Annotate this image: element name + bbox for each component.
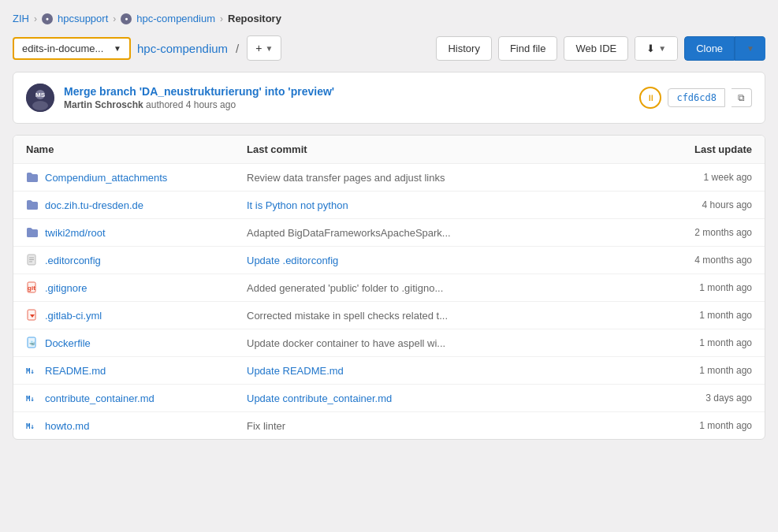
svg-text:🐳: 🐳 (29, 340, 35, 347)
col-last-update: Last update (650, 143, 752, 155)
last-commit-message: Update .editorconfig (247, 255, 650, 266)
commit-link[interactable]: Update contribute_container.md (247, 392, 392, 404)
breadcrumb-hpc-compendium[interactable]: hpc-compendium (136, 13, 215, 24)
breadcrumb-hpcsupport[interactable]: hpcsupport (58, 13, 108, 24)
history-button[interactable]: History (436, 36, 491, 61)
toolbar: edits-in-docume... ▼ hpc-compendium / + … (13, 35, 765, 61)
file-name[interactable]: doc.zih.tu-dresden.de (26, 199, 247, 211)
file-name[interactable]: .editorconfig (26, 254, 247, 266)
file-name[interactable]: .gitlab-ci.yml (26, 309, 247, 322)
last-update: 1 month ago (650, 337, 752, 348)
folder-icon (26, 226, 39, 239)
breadcrumb: ZIH › ● hpcsupport › ● hpc-compendium › … (13, 13, 765, 24)
last-update: 1 month ago (650, 282, 752, 293)
last-update: 2 months ago (650, 227, 752, 238)
copy-icon: ⧉ (738, 92, 745, 103)
last-update: 1 month ago (650, 310, 752, 321)
table-row: Compendium_attachments Review data trans… (13, 164, 765, 192)
commit-author: Martin Schroschk (64, 99, 143, 110)
last-update: 1 week ago (650, 172, 752, 183)
web-ide-button[interactable]: Web IDE (564, 36, 628, 61)
toolbar-actions: History Find file Web IDE ⬇ ▼ Clone ▼ (436, 36, 765, 61)
clone-group: Clone ▼ (684, 36, 765, 61)
svg-text:M↓: M↓ (26, 395, 35, 403)
file-name[interactable]: Compendium_attachments (26, 171, 247, 184)
last-update: 3 days ago (650, 392, 752, 404)
clone-dropdown-button[interactable]: ▼ (735, 36, 765, 61)
last-commit-message: Update docker container to have aspell w… (247, 337, 650, 349)
clone-button[interactable]: Clone (684, 36, 735, 61)
add-chevron-icon: ▼ (265, 44, 273, 53)
breadcrumb-current: Repository (228, 13, 281, 24)
clone-chevron-icon: ▼ (746, 44, 754, 53)
last-update: 4 months ago (650, 255, 752, 266)
commit-panel: MS Merge branch 'DA_neustrukturierung' i… (13, 72, 765, 124)
last-update: 1 month ago (650, 420, 752, 431)
hpcsupport-avatar-icon: ● (42, 13, 53, 24)
file-name[interactable]: git .gitignore (26, 281, 247, 294)
last-update: 4 hours ago (650, 199, 752, 210)
commit-meta: Martin Schroschk authored 4 hours ago (64, 99, 630, 110)
branch-label: edits-in-docume... (22, 43, 103, 54)
svg-text:M↓: M↓ (26, 367, 35, 375)
svg-text:MS: MS (35, 91, 46, 99)
file-name[interactable]: twiki2md/root (26, 226, 247, 239)
download-icon: ⬇ (646, 43, 655, 54)
file-name[interactable]: M↓ README.md (26, 364, 247, 377)
table-row: M↓ README.md Update README.md 1 month ag… (13, 357, 765, 385)
file-rows: Compendium_attachments Review data trans… (13, 164, 765, 439)
commit-link[interactable]: Update README.md (247, 365, 344, 377)
author-avatar: MS (26, 84, 54, 112)
svg-point-2 (32, 101, 48, 110)
file-md-icon: M↓ (26, 392, 39, 404)
last-commit-message: Added generated 'public' folder to .giti… (247, 282, 650, 294)
last-commit-message: Adapted BigDataFrameworksApacheSpark... (247, 227, 650, 239)
table-row: doc.zih.tu-dresden.de It is Python not p… (13, 192, 765, 219)
col-name: Name (26, 143, 247, 155)
chevron-down-icon: ▼ (114, 44, 121, 53)
commit-link[interactable]: Update .editorconfig (247, 255, 338, 266)
last-commit-message: Fix linter (247, 420, 650, 432)
svg-text:M↓: M↓ (26, 422, 35, 430)
commit-actions: ⏸ cfd6cd8 ⧉ (639, 87, 752, 109)
table-header: Name Last commit Last update (13, 136, 765, 164)
avatar-initials: MS (26, 84, 54, 112)
table-row: twiki2md/root Adapted BigDataFrameworksA… (13, 219, 765, 247)
branch-selector[interactable]: edits-in-docume... ▼ (13, 37, 131, 60)
file-name[interactable]: 🐳 Dockerfile (26, 337, 247, 349)
folder-icon (26, 171, 39, 184)
last-commit-message: Update README.md (247, 365, 650, 377)
add-file-button[interactable]: + ▼ (247, 35, 281, 61)
table-row: M↓ contribute_container.md Update contri… (13, 385, 765, 412)
find-file-button[interactable]: Find file (498, 36, 558, 61)
breadcrumb-zih[interactable]: ZIH (13, 13, 29, 24)
download-group: ⬇ ▼ (635, 36, 678, 61)
last-commit-message: Update contribute_container.md (247, 392, 650, 404)
commit-authored: authored 4 hours ago (146, 99, 236, 110)
download-button[interactable]: ⬇ ▼ (635, 37, 677, 60)
folder-icon (26, 199, 39, 211)
download-chevron-icon: ▼ (658, 44, 666, 53)
commit-link[interactable]: It is Python not python (247, 199, 348, 211)
last-update: 1 month ago (650, 365, 752, 376)
last-commit-message: It is Python not python (247, 199, 650, 211)
hpc-compendium-avatar-icon: ● (121, 13, 132, 24)
pause-icon: ⏸ (646, 93, 655, 102)
last-commit-message: Review data transfer pages and adjust li… (247, 172, 650, 184)
copy-hash-button[interactable]: ⧉ (731, 88, 752, 107)
file-gitlab-icon (26, 309, 39, 322)
last-commit-message: Corrected mistake in spell checks relate… (247, 310, 650, 322)
file-md-icon: M↓ (26, 419, 39, 432)
file-name[interactable]: M↓ contribute_container.md (26, 392, 247, 404)
commit-message[interactable]: Merge branch 'DA_neustrukturierung' into… (64, 85, 630, 98)
pipeline-status-button[interactable]: ⏸ (639, 87, 661, 109)
file-table: Name Last commit Last update Compendium_… (13, 135, 765, 440)
col-last-commit: Last commit (247, 143, 650, 155)
file-name[interactable]: M↓ howto.md (26, 419, 247, 432)
table-row: M↓ howto.md Fix linter 1 month ago (13, 412, 765, 439)
commit-info: Merge branch 'DA_neustrukturierung' into… (64, 85, 630, 110)
repo-path[interactable]: hpc-compendium (137, 42, 228, 55)
table-row: 🐳 Dockerfile Update docker container to … (13, 329, 765, 357)
file-git-icon: git (26, 281, 39, 294)
commit-hash[interactable]: cfd6cd8 (668, 88, 725, 107)
